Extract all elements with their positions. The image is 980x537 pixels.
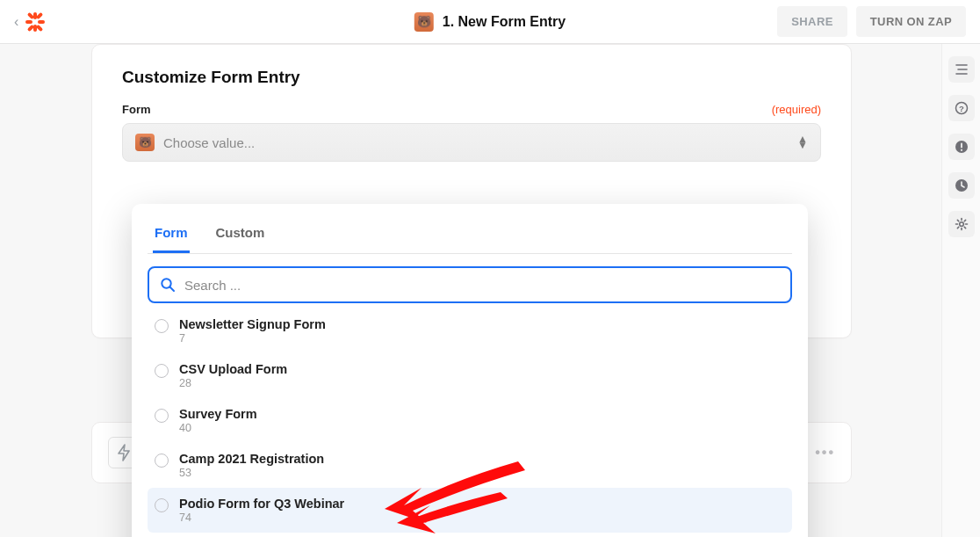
right-sidebar: ? (941, 44, 980, 537)
option-id: 28 (179, 377, 287, 389)
wpforms-app-icon: 🐻 (135, 134, 155, 151)
required-label: (required) (772, 103, 821, 116)
option-name: Survey Form (179, 407, 257, 421)
outline-icon[interactable] (948, 56, 975, 83)
radio-icon (155, 498, 169, 512)
radio-icon (155, 364, 169, 378)
history-icon[interactable] (948, 172, 975, 199)
list-item[interactable]: Podio Form for Q3 Webinar74 (148, 488, 792, 533)
svg-rect-0 (33, 12, 37, 19)
editor-canvas: Customize Form Entry Form (required) 🐻 C… (0, 44, 980, 537)
search-field[interactable] (148, 266, 792, 303)
help-icon[interactable]: ? (948, 95, 975, 121)
option-name: Podio Form for Q3 Webinar (179, 497, 344, 511)
svg-rect-5 (36, 24, 43, 31)
svg-line-26 (957, 220, 958, 221)
option-name: Camp 2021 Registration (179, 452, 324, 466)
svg-point-19 (960, 149, 962, 151)
turn-on-zap-button[interactable]: TURN ON ZAP (856, 6, 966, 37)
option-id: 74 (179, 512, 344, 524)
option-name: Newsletter Signup Form (179, 317, 326, 331)
option-id: 40 (179, 422, 257, 434)
radio-icon (155, 319, 169, 333)
list-item[interactable]: Newsletter Signup Form7 (148, 308, 792, 353)
tab-form[interactable]: Form (153, 220, 190, 253)
form-select[interactable]: 🐻 Choose value... ▲▼ (122, 123, 821, 162)
select-placeholder: Choose value... (163, 135, 255, 150)
app-root: ‹ 🐻 1. New Form Entry SHARE TURN ON ZAP … (0, 0, 980, 537)
svg-line-28 (957, 227, 958, 228)
svg-line-11 (170, 287, 175, 292)
search-icon (160, 277, 176, 293)
svg-rect-1 (33, 25, 37, 32)
section-title: Customize Form Entry (122, 68, 821, 87)
select-arrows-icon: ▲▼ (797, 136, 808, 149)
wpforms-app-icon: 🐻 (414, 12, 434, 32)
option-name: CSV Upload Form (179, 362, 287, 376)
zapier-logo-icon[interactable] (24, 11, 47, 33)
step-title-group: 🐻 1. New Form Entry (414, 12, 566, 32)
dropdown-tabs: Form Custom (148, 214, 792, 254)
list-item[interactable]: CSV Upload Form28 (148, 353, 792, 398)
svg-text:?: ? (959, 104, 964, 113)
back-chevron-icon[interactable]: ‹ (14, 14, 18, 30)
list-item[interactable]: Camp 2021 Registration53 (148, 443, 792, 488)
form-dropdown-popover: Form Custom Newsletter Signup Form7 CSV … (132, 204, 808, 537)
form-field-label: Form (122, 103, 151, 116)
search-input[interactable] (184, 278, 780, 293)
more-icon[interactable]: ••• (815, 445, 835, 461)
svg-rect-6 (27, 24, 34, 31)
svg-point-21 (959, 222, 963, 227)
settings-gear-icon[interactable] (948, 211, 975, 237)
svg-rect-3 (38, 20, 45, 24)
list-item[interactable]: Survey Form40 (148, 398, 792, 443)
tab-custom[interactable]: Custom (214, 220, 267, 253)
svg-line-29 (964, 220, 965, 221)
svg-rect-7 (36, 11, 43, 18)
svg-line-27 (964, 227, 965, 228)
alert-icon[interactable] (948, 134, 975, 160)
step-title: 1. New Form Entry (443, 14, 566, 30)
svg-rect-18 (961, 143, 962, 149)
svg-rect-2 (25, 20, 32, 24)
option-id: 53 (179, 467, 324, 479)
top-bar: ‹ 🐻 1. New Form Entry SHARE TURN ON ZAP (0, 0, 980, 44)
svg-rect-4 (27, 11, 34, 18)
radio-icon (155, 409, 169, 423)
options-list: Newsletter Signup Form7 CSV Upload Form2… (148, 308, 792, 533)
share-button[interactable]: SHARE (777, 6, 847, 37)
radio-icon (155, 454, 169, 468)
option-id: 7 (179, 332, 326, 345)
